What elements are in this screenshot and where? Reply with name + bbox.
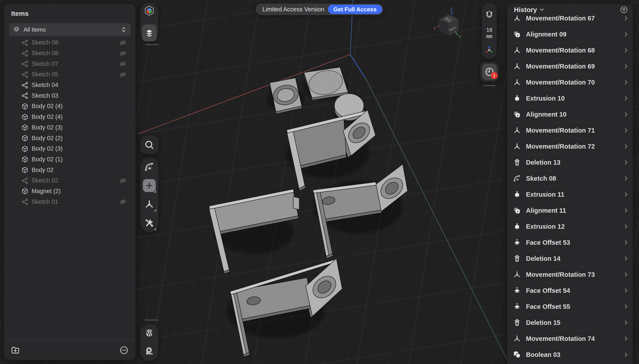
chevron-right-icon	[623, 288, 629, 294]
chevron-right-icon	[623, 207, 629, 214]
history-step-label: Deletion 14	[526, 255, 560, 262]
move-icon	[513, 270, 521, 278]
visibility-off-icon[interactable]	[119, 50, 126, 57]
history-row[interactable]: Movement/Rotation 72	[507, 138, 633, 154]
history-step-label: Movement/Rotation 74	[526, 335, 595, 342]
history-step-label: Movement/Rotation 69	[526, 63, 595, 70]
move-icon	[513, 46, 521, 54]
history-row[interactable]: Movement/Rotation 70	[507, 74, 633, 90]
history-row[interactable]: Extrusion 11	[507, 186, 633, 202]
chevron-right-icon	[623, 127, 629, 134]
visibility-off-icon[interactable]	[119, 198, 126, 206]
history-row[interactable]: Extrusion 10	[507, 90, 633, 106]
item-row[interactable]: Body 02 (2)	[4, 133, 136, 144]
sketch-tool-button[interactable]	[140, 158, 158, 176]
history-step-label: Movement/Rotation 72	[526, 143, 595, 150]
history-row[interactable]: Alignment 11	[507, 202, 633, 218]
item-row[interactable]: Body 02 (4)	[4, 112, 136, 122]
history-step-label: Face Offset 55	[526, 303, 570, 310]
item-row[interactable]: Body 02	[4, 165, 136, 175]
history-row[interactable]: Alignment 10	[507, 106, 633, 122]
axis-triad-icon[interactable]	[484, 45, 494, 55]
move-icon	[513, 62, 521, 70]
history-row[interactable]: Movement/Rotation 73	[507, 266, 633, 282]
visibility-off-icon[interactable]	[119, 71, 126, 78]
submenu-triangle	[154, 228, 156, 230]
history-row[interactable]: Deletion 14	[507, 250, 633, 266]
material-icon	[144, 328, 154, 338]
history-row[interactable]: Sketch 08	[507, 170, 633, 186]
visibility-off-icon[interactable]	[119, 39, 126, 46]
items-list: Sketch 08 Sketch 08 Sketch 07 Sketch 05	[4, 38, 136, 207]
history-step-label: Movement/Rotation 70	[526, 79, 595, 86]
history-step-label: Movement/Rotation 67	[526, 15, 595, 22]
item-label: Sketch 07	[32, 60, 58, 68]
orientation-cube-icon[interactable]	[144, 5, 155, 16]
item-row[interactable]: Sketch 05	[4, 69, 136, 80]
item-label: Sketch 08	[32, 50, 58, 57]
item-label: Sketch 08	[32, 39, 58, 46]
history-header[interactable]: History	[507, 4, 633, 16]
magnet-snap-icon[interactable]	[484, 10, 494, 20]
history-row[interactable]: Face Offset 55	[507, 298, 633, 314]
history-row[interactable]: Alignment 09	[507, 26, 633, 42]
item-row[interactable]: Sketch 03	[4, 90, 136, 101]
item-row[interactable]: Body 02 (3)	[4, 122, 136, 133]
history-step-label: Movement/Rotation 68	[526, 47, 595, 54]
history-step-label: Sketch 08	[526, 175, 556, 182]
items-filter-dropdown[interactable]: All Items	[9, 23, 130, 36]
chevron-right-icon	[623, 191, 629, 198]
material-button[interactable]	[140, 324, 158, 342]
align-icon	[513, 110, 521, 118]
chevron-right-icon	[623, 31, 629, 38]
history-row[interactable]: Deletion 13	[507, 154, 633, 170]
item-label: Body 02 (4)	[32, 103, 63, 110]
move-3d-icon	[144, 199, 154, 209]
item-row[interactable]: Body 02 (1)	[4, 154, 136, 165]
grid-size-unit[interactable]: mm	[482, 33, 496, 39]
search-button[interactable]	[140, 136, 158, 154]
measure-button[interactable]	[140, 342, 158, 360]
faceoffset-icon	[513, 286, 521, 294]
item-row[interactable]: Sketch 01	[4, 196, 136, 207]
history-row[interactable]: Face Offset 54	[507, 282, 633, 298]
toolbar-drag-handle[interactable]	[145, 44, 158, 45]
item-label: Sketch 05	[32, 71, 58, 78]
more-options-icon[interactable]	[120, 346, 128, 355]
history-row[interactable]: Movement/Rotation 68	[507, 42, 633, 58]
toolbar-drag-handle[interactable]	[145, 320, 158, 320]
item-row[interactable]: Magnet (2)	[4, 186, 136, 197]
view-cube[interactable]: Top Back Z X Y	[433, 7, 462, 39]
history-row[interactable]: Movement/Rotation 74	[507, 331, 633, 347]
item-row[interactable]: Body 02 (3)	[4, 144, 136, 154]
view-toolbar	[140, 3, 158, 42]
history-row[interactable]: Movement/Rotation 69	[507, 58, 633, 74]
visibility-off-icon[interactable]	[119, 177, 126, 184]
item-row[interactable]: Sketch 07	[4, 58, 136, 69]
item-row[interactable]: Sketch 02	[4, 175, 136, 186]
history-row[interactable]: Extrusion 12	[507, 218, 633, 234]
items-filter-label: All Items	[24, 26, 46, 33]
history-row[interactable]: Boolean 03	[507, 347, 633, 363]
visibility-off-icon[interactable]	[119, 60, 126, 68]
history-panel-title: History	[514, 6, 537, 14]
isolate-layers-button[interactable]	[142, 24, 157, 42]
grid-size-value[interactable]: 10	[482, 27, 496, 33]
body-icon	[21, 114, 28, 120]
history-row[interactable]: Face Offset 53	[507, 234, 633, 250]
toolbar-drag-handle[interactable]	[483, 85, 495, 86]
plus-button-background	[143, 179, 156, 192]
history-row[interactable]: Deletion 15	[507, 314, 633, 331]
item-row[interactable]: Sketch 08	[4, 48, 136, 59]
item-row[interactable]: Sketch 08	[4, 38, 136, 48]
add-folder-icon[interactable]	[11, 345, 20, 355]
move-icon	[513, 78, 521, 86]
history-toggle-button[interactable]: !	[482, 64, 497, 80]
item-row[interactable]: Body 02 (4)	[4, 101, 136, 112]
history-row[interactable]: Movement/Rotation 71	[507, 122, 633, 138]
filter-icon[interactable]	[620, 6, 628, 14]
get-full-access-button[interactable]: Get Full Access	[328, 5, 382, 14]
item-row[interactable]: Sketch 04	[4, 80, 136, 90]
trash-icon	[513, 318, 521, 326]
faceoffset-icon	[513, 302, 521, 310]
